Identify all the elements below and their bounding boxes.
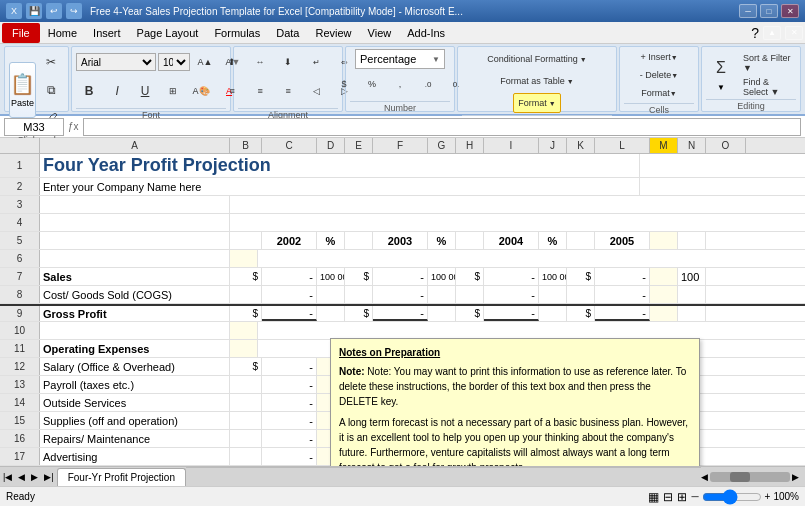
cell-m11[interactable] [230, 340, 258, 357]
cell-c5[interactable]: 2002 [262, 232, 317, 249]
cell-b13[interactable] [230, 376, 262, 393]
col-header-n[interactable]: N [678, 138, 706, 153]
cell-c17[interactable]: - [262, 448, 317, 465]
sheet-tab-main[interactable]: Four-Yr Profit Projection [57, 468, 186, 486]
cell-c13[interactable]: - [262, 376, 317, 393]
help-icon[interactable]: ? [751, 25, 759, 41]
cell-i9[interactable]: - [484, 306, 539, 321]
cell-b7[interactable]: $ [230, 268, 262, 285]
cell-b8[interactable] [230, 286, 262, 303]
cell-a4[interactable] [40, 214, 230, 231]
menu-page-layout[interactable]: Page Layout [129, 23, 207, 43]
ribbon-close-button[interactable]: ✕ [785, 26, 803, 40]
formula-input[interactable] [83, 118, 801, 136]
border-button[interactable]: ⊞ [160, 78, 186, 104]
increase-decimal-button[interactable]: .0 [415, 71, 441, 97]
find-select-button[interactable]: Find & Select ▼ [740, 77, 796, 97]
cell-e5[interactable] [345, 232, 373, 249]
cell-f8[interactable]: - [373, 286, 428, 303]
horizontal-scrollbar[interactable] [710, 472, 790, 482]
underline-button[interactable]: U [132, 78, 158, 104]
cell-h5[interactable] [456, 232, 484, 249]
percent-button[interactable]: % [359, 71, 385, 97]
menu-data[interactable]: Data [268, 23, 307, 43]
cell-c14[interactable]: - [262, 394, 317, 411]
menu-insert[interactable]: Insert [85, 23, 129, 43]
align-top-button[interactable]: ⬆ [219, 49, 245, 75]
italic-button[interactable]: I [104, 78, 130, 104]
cell-d7[interactable]: 100 00% [317, 268, 345, 285]
cell-c8[interactable]: - [262, 286, 317, 303]
col-header-i[interactable]: I [484, 138, 539, 153]
cell-l7[interactable]: - [595, 268, 650, 285]
cell-g7[interactable]: 100 00% [428, 268, 456, 285]
page-break-view-button[interactable]: ⊞ [677, 490, 687, 504]
delete-button[interactable]: - Delete▼ [635, 67, 683, 83]
cell-reference-input[interactable] [4, 118, 64, 136]
cell-b9[interactable]: $ [230, 306, 262, 321]
cell-k9[interactable]: $ [567, 306, 595, 321]
restore-button[interactable]: □ [760, 4, 778, 18]
col-header-a[interactable]: A [40, 138, 230, 153]
align-center-button[interactable]: ≡ [247, 78, 273, 104]
cell-a17[interactable]: Advertising [40, 448, 230, 465]
quick-save-icon[interactable]: 💾 [26, 3, 42, 19]
cell-d8[interactable] [317, 286, 345, 303]
cell-f9[interactable]: - [373, 306, 428, 321]
sum-button[interactable]: Σ [706, 53, 736, 83]
cell-n5[interactable] [678, 232, 706, 249]
menu-review[interactable]: Review [307, 23, 359, 43]
cell-j9[interactable] [539, 306, 567, 321]
zoom-in-button[interactable]: + [765, 491, 771, 502]
cell-a1[interactable]: Four Year Profit Projection [40, 154, 640, 177]
cell-d5[interactable]: % [317, 232, 345, 249]
cell-k5[interactable] [567, 232, 595, 249]
format-as-table-button[interactable]: Format as Table▼ [495, 71, 578, 91]
col-header-g[interactable]: G [428, 138, 456, 153]
cell-l8[interactable]: - [595, 286, 650, 303]
cell-a5[interactable] [40, 232, 230, 249]
increase-font-button[interactable]: A▲ [192, 49, 218, 75]
cell-i8[interactable]: - [484, 286, 539, 303]
align-left-button[interactable]: ≡ [219, 78, 245, 104]
col-header-f[interactable]: F [373, 138, 428, 153]
cell-c7[interactable]: - [262, 268, 317, 285]
cell-e9[interactable]: $ [345, 306, 373, 321]
cell-k7[interactable]: $ [567, 268, 595, 285]
tab-nav-prev[interactable]: ◀ [15, 472, 28, 482]
col-header-h[interactable]: H [456, 138, 484, 153]
cell-b14[interactable] [230, 394, 262, 411]
cell-a13[interactable]: Payroll (taxes etc.) [40, 376, 230, 393]
cell-m7[interactable] [650, 268, 678, 285]
cell-a7[interactable]: Sales [40, 268, 230, 285]
cell-c15[interactable]: - [262, 412, 317, 429]
normal-view-button[interactable]: ▦ [648, 490, 659, 504]
align-bottom-button[interactable]: ⬇ [275, 49, 301, 75]
cell-a6[interactable] [40, 250, 230, 267]
menu-view[interactable]: View [360, 23, 400, 43]
scroll-left-button[interactable]: ◀ [701, 472, 708, 482]
cell-a9[interactable]: Gross Profit [40, 306, 230, 321]
cell-a10[interactable] [40, 322, 230, 339]
cell-k8[interactable] [567, 286, 595, 303]
cell-a3[interactable] [40, 196, 230, 213]
cell-m10[interactable] [230, 322, 258, 339]
redo-icon[interactable]: ↪ [66, 3, 82, 19]
cell-a16[interactable]: Repairs/ Maintenance [40, 430, 230, 447]
cell-i5[interactable]: 2004 [484, 232, 539, 249]
ribbon-minimize-button[interactable]: ▲ [763, 26, 781, 40]
col-header-c[interactable]: C [262, 138, 317, 153]
scroll-right-button[interactable]: ▶ [792, 472, 799, 482]
bold-button[interactable]: B [76, 78, 102, 104]
minimize-button[interactable]: ─ [739, 4, 757, 18]
cell-c9[interactable]: - [262, 306, 317, 321]
paste-button[interactable]: 📋 Paste [9, 62, 36, 118]
conditional-formatting-button[interactable]: Conditional Formatting▼ [482, 49, 591, 69]
col-header-k[interactable]: K [567, 138, 595, 153]
zoom-slider[interactable] [702, 493, 762, 501]
col-header-o[interactable]: O [706, 138, 746, 153]
cell-m6[interactable] [230, 250, 258, 267]
cell-a14[interactable]: Outside Services [40, 394, 230, 411]
tab-nav-next[interactable]: ▶ [28, 472, 41, 482]
cell-m9[interactable] [650, 306, 678, 321]
